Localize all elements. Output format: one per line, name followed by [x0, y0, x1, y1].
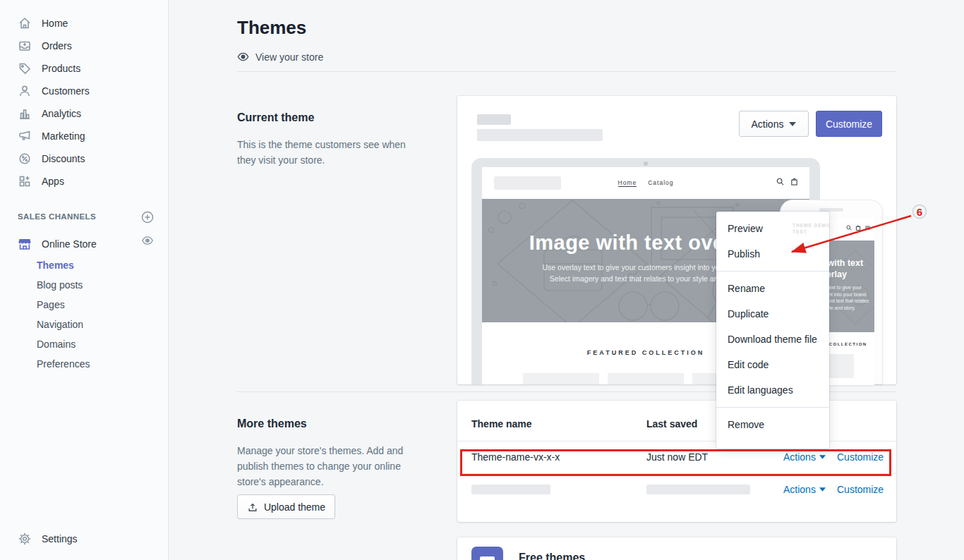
upload-theme-label: Upload theme: [264, 501, 325, 513]
sidebar-item-pages[interactable]: Pages: [37, 295, 65, 315]
sidebar-item-navigation[interactable]: Navigation: [37, 315, 83, 334]
gear-icon: [18, 532, 32, 546]
add-channel-icon[interactable]: [141, 211, 154, 224]
view-your-store-link[interactable]: View your store: [237, 51, 323, 63]
mobile-store-logo: THEME DEMO TEST: [793, 222, 831, 235]
hamburger-menu-icon: [864, 225, 871, 231]
bar-chart-icon: [18, 106, 32, 121]
apps-grid-icon: [18, 174, 32, 188]
chevron-down-icon: [819, 455, 826, 459]
cart-bag-icon: [790, 178, 798, 185]
sidebar-item-marketing[interactable]: Marketing: [0, 125, 169, 147]
menu-item-download-theme-file[interactable]: Download theme file: [716, 327, 829, 352]
sidebar: Home Orders Products Customers Analytics…: [0, 0, 169, 560]
search-icon: [776, 178, 784, 185]
customize-button[interactable]: Customize: [816, 111, 882, 137]
sidebar-item-home[interactable]: Home: [0, 12, 169, 35]
eye-icon: [237, 51, 249, 63]
sidebar-item-themes[interactable]: Themes: [37, 255, 74, 275]
menu-item-rename[interactable]: Rename: [716, 276, 829, 301]
menu-item-edit-languages[interactable]: Edit languages: [716, 377, 829, 403]
current-theme-name-redacted: [477, 114, 511, 125]
sidebar-item-orders[interactable]: Orders: [0, 35, 169, 57]
menu-item-edit-code[interactable]: Edit code: [716, 352, 829, 377]
search-icon: [846, 225, 852, 231]
page-title: Themes: [237, 17, 306, 39]
sidebar-item-preferences[interactable]: Preferences: [37, 354, 90, 374]
megaphone-icon: [18, 129, 32, 143]
preview-nav-catalog: Catalog: [648, 179, 673, 187]
row-actions-label: Actions: [783, 484, 816, 495]
chevron-down-icon: [789, 122, 796, 126]
tag-icon: [18, 61, 32, 75]
orders-icon: [18, 39, 32, 53]
header-divider: [237, 71, 896, 72]
sidebar-item-label: Marketing: [42, 130, 85, 142]
view-channel-eye-icon[interactable]: [141, 234, 154, 247]
free-themes-heading: Free themes: [519, 552, 585, 560]
sidebar-item-label: Analytics: [42, 108, 81, 119]
current-theme-heading: Current theme: [237, 111, 314, 124]
actions-button[interactable]: Actions: [739, 111, 809, 137]
annotation-step-number: 6: [917, 206, 922, 218]
current-theme-card: Actions Customize Home Catalog: [457, 96, 896, 384]
row-actions-label: Actions: [783, 451, 816, 463]
row-customize-link[interactable]: Customize: [837, 484, 884, 495]
sidebar-item-customers[interactable]: Customers: [0, 80, 169, 102]
sidebar-item-discounts[interactable]: Discounts: [0, 147, 169, 170]
menu-item-publish[interactable]: Publish: [716, 241, 829, 267]
upload-theme-button[interactable]: Upload theme: [237, 494, 335, 519]
sidebar-item-label: Products: [42, 63, 80, 74]
table-row: Theme-name-vx-x-x Just now EDT Actions C…: [457, 441, 896, 473]
laptop-camera-dot: [644, 162, 648, 166]
sidebar-item-label: Settings: [42, 533, 78, 544]
current-theme-description: This is the theme customers see when the…: [237, 137, 415, 168]
theme-actions-menu: Preview Publish Rename Duplicate Downloa…: [716, 212, 829, 449]
sidebar-item-label: Customers: [42, 85, 90, 97]
sidebar-item-domains[interactable]: Domains: [37, 334, 76, 354]
free-themes-card: Free themes: [457, 537, 896, 560]
cart-bag-icon: [855, 225, 861, 231]
sidebar-item-analytics[interactable]: Analytics: [0, 102, 169, 125]
column-header-theme-name: Theme name: [471, 418, 532, 430]
current-theme-meta-redacted: [477, 129, 603, 141]
person-icon: [18, 84, 32, 98]
last-saved-cell: Just now EDT: [646, 451, 708, 463]
sidebar-item-label: Online Store: [42, 238, 97, 250]
sidebar-item-blog-posts[interactable]: Blog posts: [37, 275, 83, 295]
actions-button-label: Actions: [752, 118, 784, 130]
menu-item-duplicate[interactable]: Duplicate: [716, 301, 829, 327]
more-themes-heading: More themes: [237, 418, 307, 430]
sidebar-item-products[interactable]: Products: [0, 57, 169, 80]
sidebar-item-label: Discounts: [42, 153, 85, 164]
chevron-down-icon: [819, 487, 826, 492]
storefront-icon: [18, 237, 32, 251]
row-actions-link[interactable]: Actions: [783, 451, 826, 463]
row-actions-link[interactable]: Actions: [783, 484, 826, 495]
free-themes-icon: [471, 547, 503, 560]
view-your-store-label: View your store: [255, 51, 323, 63]
annotation-step-circle: [913, 205, 927, 219]
theme-name-cell: Theme-name-vx-x-x: [471, 451, 560, 463]
row-customize-link[interactable]: Customize: [837, 451, 884, 463]
discount-badge-icon: [18, 152, 32, 166]
sales-channels-header: SALES CHANNELS: [18, 212, 96, 221]
sidebar-item-label: Apps: [42, 176, 64, 187]
sidebar-item-label: Orders: [42, 40, 72, 51]
preview-nav-home: Home: [618, 179, 637, 187]
more-themes-description: Manage your store's themes. Add and publ…: [237, 443, 415, 489]
last-saved-redacted: [646, 485, 750, 494]
shopify-admin-themes-page: Home Orders Products Customers Analytics…: [0, 0, 964, 560]
sidebar-item-settings[interactable]: Settings: [0, 528, 169, 550]
themes-table-card: Theme name Last saved Theme-name-vx-x-x …: [457, 401, 896, 522]
upload-icon: [247, 501, 258, 513]
column-header-last-saved: Last saved: [646, 418, 697, 430]
menu-item-remove[interactable]: Remove: [716, 412, 829, 437]
theme-name-redacted: [471, 485, 550, 494]
sidebar-item-label: Home: [42, 18, 68, 29]
table-row: Actions Customize: [457, 473, 896, 506]
home-icon: [18, 16, 32, 30]
sidebar-item-apps[interactable]: Apps: [0, 170, 169, 193]
